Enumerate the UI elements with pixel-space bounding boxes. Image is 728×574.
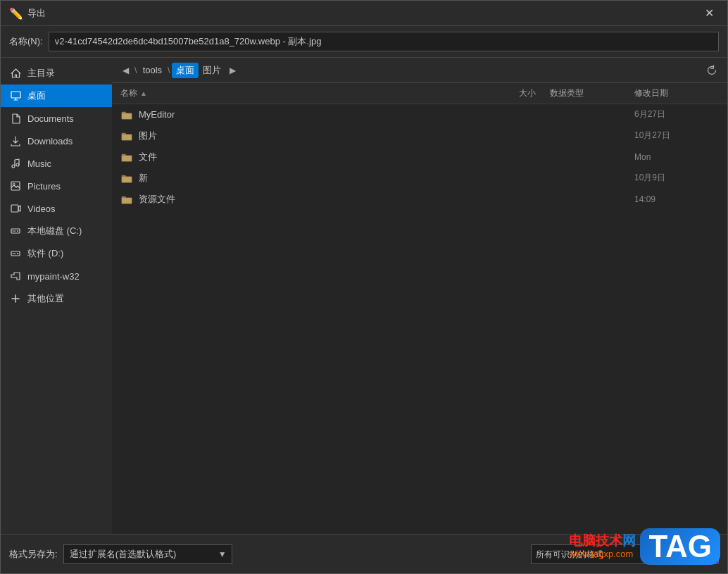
folder-icon xyxy=(120,172,133,185)
software-d-label: 软件 (D:) xyxy=(27,247,63,260)
breadcrumb-forward-button[interactable]: ▶ xyxy=(225,63,241,78)
folder-icon xyxy=(120,130,133,142)
pictures-label: Pictures xyxy=(27,181,61,192)
file-name: 文件 xyxy=(139,151,494,163)
col-name-header[interactable]: 名称 ▲ xyxy=(120,87,494,99)
sidebar-item-videos[interactable]: Videos xyxy=(1,197,112,220)
sidebar-item-pictures[interactable]: Pictures xyxy=(1,175,112,197)
sidebar-item-local-disk-c[interactable]: 本地磁盘 (C:) xyxy=(1,220,112,242)
sidebar-item-documents[interactable]: Documents xyxy=(1,107,112,130)
filter-select-wrapper: 所有可识别的格式JPEGPNG所有文件 ▼ xyxy=(531,544,658,564)
file-date: 14:09 xyxy=(634,194,719,204)
file-date: 6月27日 xyxy=(634,108,719,120)
other-locations-icon xyxy=(9,292,22,305)
breadcrumb-separator: \ xyxy=(133,65,139,75)
table-row[interactable]: 资源文件14:09 xyxy=(112,189,727,210)
desktop-icon xyxy=(9,89,22,102)
table-row[interactable]: MyEditor6月27日 xyxy=(112,104,727,125)
filename-label: 名称(N): xyxy=(9,35,43,48)
bottom-bar: 格式另存为: 通过扩展名(首选默认格式)JPEGPNGBMPTIFF ▼ 所有可… xyxy=(1,534,727,573)
col-date-header[interactable]: 修改日期 xyxy=(634,87,719,99)
breadcrumb-bar: ◀ \ tools \ 桌面 图片 ▶ xyxy=(112,58,727,83)
save-button[interactable]: 保存(S) xyxy=(665,544,719,564)
folder-icon xyxy=(120,151,133,163)
folder-icon xyxy=(120,108,133,121)
table-row[interactable]: 文件Mon xyxy=(112,146,727,168)
software-d-icon xyxy=(9,247,22,260)
right-panel: ◀ \ tools \ 桌面 图片 ▶ 名称 ▲ xyxy=(112,58,727,534)
main-content: 主目录桌面DocumentsDownloadsMusicPicturesVide… xyxy=(1,58,727,534)
music-label: Music xyxy=(27,158,51,169)
sort-arrow-icon: ▲ xyxy=(140,89,147,97)
col-type-header[interactable]: 数据类型 xyxy=(550,87,634,99)
documents-label: Documents xyxy=(27,113,74,124)
file-date: 10月9日 xyxy=(634,172,719,184)
file-name: 图片 xyxy=(139,130,494,142)
filename-input[interactable] xyxy=(49,32,719,51)
sidebar: 主目录桌面DocumentsDownloadsMusicPicturesVide… xyxy=(1,58,112,534)
file-list-header: 名称 ▲ 大小 数据类型 修改日期 xyxy=(112,83,727,104)
file-name: 新 xyxy=(139,172,494,185)
sidebar-item-desktop[interactable]: 桌面 xyxy=(1,85,112,107)
format-select[interactable]: 通过扩展名(首选默认格式)JPEGPNGBMPTIFF xyxy=(63,544,232,564)
file-name: 资源文件 xyxy=(139,193,494,206)
folder-icon xyxy=(120,193,133,206)
format-select-wrapper: 通过扩展名(首选默认格式)JPEGPNGBMPTIFF ▼ xyxy=(63,544,232,564)
filename-bar: 名称(N): xyxy=(1,26,727,58)
export-dialog: ✏️ 导出 ✕ 名称(N): 主目录桌面DocumentsDownloadsMu… xyxy=(0,0,728,574)
titlebar: ✏️ 导出 ✕ xyxy=(1,1,727,26)
titlebar-icon: ✏️ xyxy=(9,7,22,20)
svg-point-1 xyxy=(12,165,15,168)
breadcrumb-back-button[interactable]: ◀ xyxy=(118,63,133,78)
breadcrumb-item-desktop[interactable]: 桌面 xyxy=(172,63,199,78)
desktop-label: 桌面 xyxy=(27,89,46,102)
home-label: 主目录 xyxy=(27,67,55,80)
sidebar-item-music[interactable]: Music xyxy=(1,152,112,175)
close-button[interactable]: ✕ xyxy=(699,5,719,22)
titlebar-title: 导出 xyxy=(27,7,699,20)
breadcrumb-item-pictures[interactable]: 图片 xyxy=(199,63,225,78)
downloads-icon xyxy=(9,135,22,147)
music-icon xyxy=(9,157,22,170)
downloads-label: Downloads xyxy=(27,136,73,146)
svg-rect-0 xyxy=(11,92,20,98)
breadcrumb-sep2: \ xyxy=(166,65,172,75)
documents-icon xyxy=(9,112,22,125)
file-date: 10月27日 xyxy=(634,130,719,142)
mypaint-w32-label: mypaint-w32 xyxy=(27,271,80,282)
local-disk-c-label: 本地磁盘 (C:) xyxy=(27,225,82,237)
refresh-button[interactable] xyxy=(702,61,722,80)
videos-icon xyxy=(9,202,22,215)
home-icon xyxy=(9,67,22,80)
sidebar-item-software-d[interactable]: 软件 (D:) xyxy=(1,242,112,265)
svg-point-7 xyxy=(17,230,18,232)
table-row[interactable]: 图片10月27日 xyxy=(112,125,727,146)
svg-rect-5 xyxy=(11,205,18,212)
local-disk-c-icon xyxy=(9,225,22,237)
file-list: MyEditor6月27日 图片10月27日 文件Mon 新10月9日 资源文件… xyxy=(112,104,727,534)
sidebar-item-other-locations[interactable]: 其他位置 xyxy=(1,287,112,310)
table-row[interactable]: 新10月9日 xyxy=(112,168,727,189)
sidebar-item-home[interactable]: 主目录 xyxy=(1,62,112,85)
pictures-icon xyxy=(9,180,22,192)
breadcrumb-item-tools[interactable]: tools xyxy=(139,63,166,77)
svg-point-9 xyxy=(17,253,18,254)
format-label: 格式另存为: xyxy=(9,548,58,561)
file-name: MyEditor xyxy=(139,109,494,120)
other-locations-label: 其他位置 xyxy=(27,292,64,305)
videos-label: Videos xyxy=(27,204,56,214)
col-size-header[interactable]: 大小 xyxy=(494,87,550,99)
filter-select[interactable]: 所有可识别的格式JPEGPNG所有文件 xyxy=(531,544,658,564)
file-date: Mon xyxy=(634,152,719,162)
sidebar-item-mypaint-w32[interactable]: mypaint-w32 xyxy=(1,265,112,287)
mypaint-w32-icon xyxy=(9,270,22,282)
svg-point-4 xyxy=(13,183,15,185)
sidebar-item-downloads[interactable]: Downloads xyxy=(1,130,112,152)
